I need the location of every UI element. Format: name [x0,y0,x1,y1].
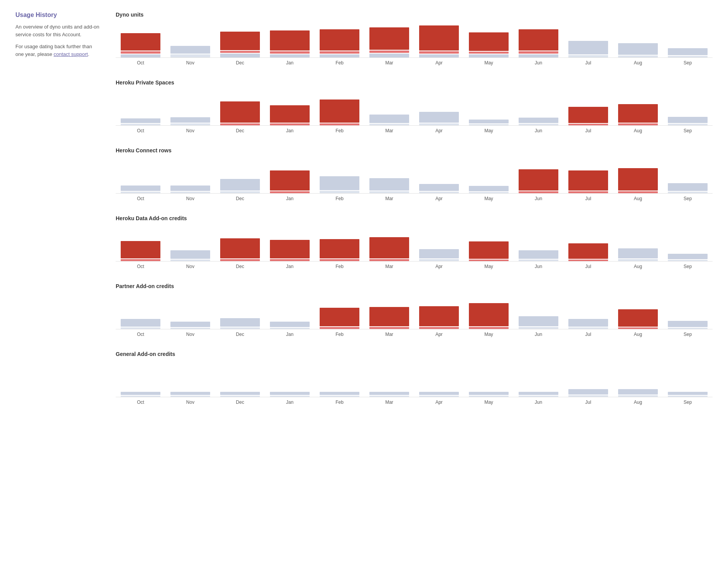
bar-segment [170,396,210,397]
bar-segment [121,118,160,123]
bar-segment [320,191,359,193]
bar-stack [618,168,658,193]
bar-stack [121,33,160,57]
month-label: May [464,264,514,269]
bar-segment [220,101,260,123]
chart-section-private-spaces: Heroku Private SpacesOctNovDecJanFebMarA… [116,79,713,133]
bar-group [613,23,663,57]
bar-group [315,363,364,397]
month-label: Jan [265,128,315,133]
month-label: Jun [514,332,563,337]
bar-stack [568,389,608,397]
bar-group [315,295,364,329]
bar-segment [170,54,210,57]
bar-stack [170,46,210,57]
month-label: Dec [215,60,265,66]
bar-stack [668,183,708,193]
month-label: Aug [613,196,663,201]
bar-segment [369,178,409,191]
month-label: Mar [364,60,414,66]
month-label: Sep [663,400,713,405]
bar-stack [320,99,359,125]
bar-stack [419,112,459,125]
bar-segment [519,54,558,57]
bar-segment [668,254,708,259]
month-label: Nov [165,332,215,337]
month-label: Dec [215,400,265,405]
bar-group [364,227,414,261]
bar-group [613,363,663,397]
month-label: Apr [414,128,464,133]
bar-stack [469,186,509,193]
bar-stack [618,309,658,329]
bar-segment [121,259,160,261]
contact-support-link[interactable]: contact support [54,51,88,57]
description-2: For usage dating back further than one y… [15,43,100,58]
bar-group [165,159,215,193]
month-label: Jan [265,264,315,269]
bar-segment [469,327,509,329]
month-label: Sep [663,60,713,66]
bar-stack [121,319,160,329]
bar-segment [419,112,459,123]
bar-segment [220,51,260,53]
month-label: May [464,400,514,405]
bar-stack [170,186,210,193]
bar-segment [618,168,658,191]
bar-segment [519,392,558,395]
bar-segment [270,259,310,261]
main-content: Dyno unitsOctNovDecJanFebMarAprMayJunJul… [116,12,713,419]
bar-segment [320,327,359,329]
bar-chart-partner-addon [116,295,713,329]
bar-segment [320,99,359,123]
bar-segment [519,118,558,123]
month-label: Mar [364,128,414,133]
bar-group [514,91,563,125]
month-label: Dec [215,264,265,269]
bar-group [215,23,265,57]
bar-segment [469,392,509,395]
bar-segment [618,104,658,123]
month-label: Apr [414,60,464,66]
bar-segment [419,25,459,51]
bar-group [315,23,364,57]
bar-group [265,159,315,193]
bar-segment [568,319,608,327]
bar-group [663,227,713,261]
bar-stack [668,254,708,261]
bar-segment [668,396,708,397]
month-label: Aug [613,264,663,269]
bar-segment [618,56,658,57]
bar-stack [121,392,160,397]
bar-stack [519,392,558,397]
bar-segment [568,260,608,261]
bar-stack [270,322,310,329]
bar-segment [369,392,409,395]
month-label: Aug [613,60,663,66]
bar-group [663,363,713,397]
bar-group [613,91,663,125]
chart-section-connect-rows: Heroku Connect rowsOctNovDecJanFebMarApr… [116,147,713,201]
month-label: Feb [315,264,364,269]
bar-stack [121,118,160,125]
bar-segment [320,176,359,190]
bar-segment [668,392,708,395]
bar-stack [121,186,160,193]
bar-segment [568,395,608,397]
bar-segment [270,30,310,51]
bar-segment [320,29,359,51]
bar-stack [469,120,509,125]
month-label: Feb [315,60,364,66]
bar-segment [270,123,310,125]
bar-stack [618,389,658,397]
bar-segment [270,54,310,57]
bar-segment [519,191,558,193]
bar-group [215,227,265,261]
bar-stack [270,105,310,125]
bar-group [613,227,663,261]
month-label: Jun [514,400,563,405]
chart-section-data-addon: Heroku Data Add-on creditsOctNovDecJanFe… [116,215,713,269]
bar-stack [270,240,310,261]
bar-stack [369,392,409,397]
bar-stack [121,241,160,261]
